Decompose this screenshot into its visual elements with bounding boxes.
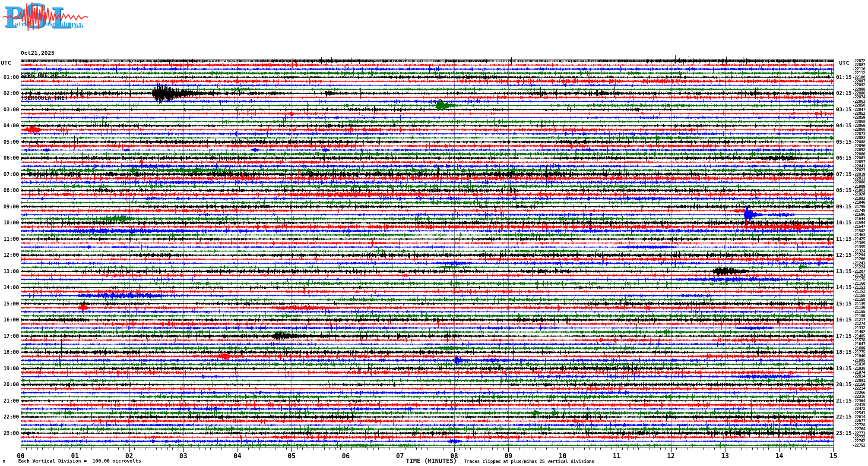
x-axis-tick-label: 11 xyxy=(608,452,625,460)
row-offset-value: -22083 xyxy=(852,136,865,140)
header-station: (SERGOULA-HNE) xyxy=(21,95,68,101)
left-hour-label: 09:00 xyxy=(0,204,19,210)
row-offset-value: -21402 xyxy=(852,330,865,334)
x-axis-tick-label: 04 xyxy=(229,452,246,460)
left-hour-label: 02:00 xyxy=(0,90,19,96)
row-offset-value: -22316 xyxy=(852,395,865,399)
row-offset-value: -22059 xyxy=(852,116,865,120)
row-offset-value: -22112 xyxy=(852,71,865,75)
left-hour-label: 04:00 xyxy=(0,123,19,129)
row-offset-value: -22092 xyxy=(852,83,865,87)
logo-seismic-squiggle-icon xyxy=(3,0,93,35)
left-hour-label: 22:00 xyxy=(0,414,19,420)
row-offset-value: -21158 xyxy=(852,298,865,302)
left-hour-label: 08:00 xyxy=(0,187,19,193)
left-hour-label: 10:00 xyxy=(0,220,19,226)
left-hour-label: 23:00 xyxy=(0,430,19,436)
row-offset-value: -21463 xyxy=(852,233,865,237)
left-hour-label: 18:00 xyxy=(0,349,19,355)
header-channel: SERG HNE HP -- xyxy=(21,72,68,79)
left-hour-label: 17:00 xyxy=(0,333,19,339)
x-axis-tick-label: 06 xyxy=(337,452,355,460)
scale-marker: M xyxy=(3,460,5,464)
x-axis-tick-label: 13 xyxy=(716,452,734,460)
x-axis-tick-label: 12 xyxy=(662,452,680,460)
left-hour-label: 15:00 xyxy=(0,301,19,307)
webicorder-page: P S L atras eismology ab Oct21,2025 SERG… xyxy=(0,0,868,466)
row-offset-value: -22752 xyxy=(852,444,865,447)
row-offset-value: -21175 xyxy=(852,277,865,281)
row-offset-value: -22008 xyxy=(852,180,865,184)
x-axis-tick-label: 14 xyxy=(771,452,788,460)
row-offset-value: -22764 xyxy=(852,427,865,431)
left-hour-label: 16:00 xyxy=(0,317,19,323)
row-offset-value: -21155 xyxy=(852,310,865,314)
row-offset-value: -21647 xyxy=(852,342,865,346)
left-hour-label: 12:00 xyxy=(0,252,19,258)
seismogram-canvas xyxy=(0,0,868,466)
utc-label-right: UTC xyxy=(839,60,849,66)
utc-label-left: UTC xyxy=(1,60,11,66)
left-hour-label: 13:00 xyxy=(0,268,19,274)
x-axis-tick-label: 15 xyxy=(825,452,842,460)
left-hour-label: 07:00 xyxy=(0,171,19,177)
left-hour-label: 03:00 xyxy=(0,107,19,113)
row-offset-value: -21916 xyxy=(852,362,865,366)
left-hour-label: 14:00 xyxy=(0,284,19,290)
row-offset-value: -21840 xyxy=(852,201,865,205)
psl-logo: P S L atras eismology ab xyxy=(3,0,93,35)
row-offset-value: -21696 xyxy=(852,213,865,217)
clip-note: Traces clipped at plus/minus 25 vertical… xyxy=(464,459,594,464)
row-offset-value: -22472 xyxy=(852,407,865,411)
x-axis-title: TIME (MINUTES) xyxy=(406,457,457,464)
left-hour-label: 06:00 xyxy=(0,155,19,161)
left-hour-label: 19:00 xyxy=(0,365,19,372)
row-offset-value: -21224 xyxy=(852,265,865,269)
x-axis-tick-label: 05 xyxy=(283,452,300,460)
header-date: Oct21,2025 xyxy=(21,50,68,56)
vertical-division-note: Each Vertical Division = 100.00 microvol… xyxy=(18,458,141,464)
left-hour-label: 20:00 xyxy=(0,381,19,387)
row-offset-value: -21355 xyxy=(852,245,865,249)
left-hour-label: 21:00 xyxy=(0,398,19,404)
left-hour-label: 11:00 xyxy=(0,236,19,242)
left-hour-label: 05:00 xyxy=(0,139,19,145)
row-offset-value: -22014 xyxy=(852,375,865,378)
left-hour-label: 01:00 xyxy=(0,74,19,80)
row-offset-value: -22056 xyxy=(852,104,865,107)
header-block: Oct21,2025 SERG HNE HP -- (SERGOULA-HNE) xyxy=(21,34,68,117)
x-axis-tick-label: 03 xyxy=(174,452,192,460)
row-offset-value: -22762 xyxy=(852,439,865,443)
row-offset-value: -22092 xyxy=(852,148,865,152)
row-offset-value: -22023 xyxy=(852,168,865,172)
